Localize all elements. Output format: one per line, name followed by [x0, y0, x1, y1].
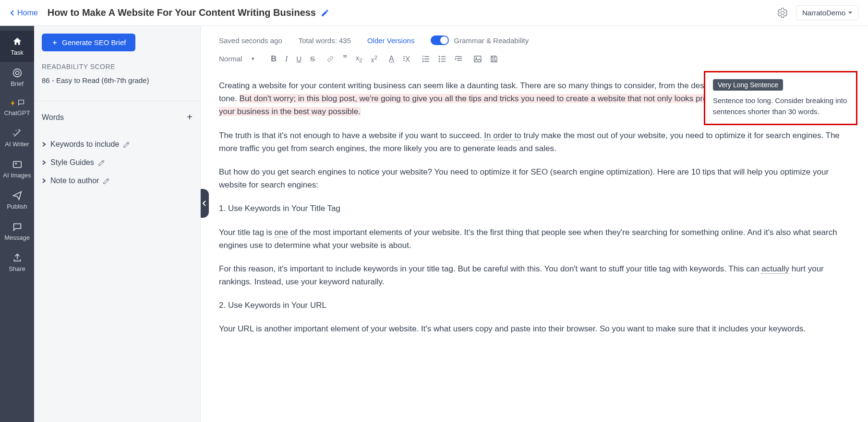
- subscript-button[interactable]: x2: [356, 54, 362, 63]
- bolt-icon: [10, 99, 16, 107]
- text: For this reason, it's important to inclu…: [219, 264, 761, 273]
- text: The truth is that it's not enough to hav…: [219, 131, 484, 140]
- word-count: Total words: 435: [299, 36, 351, 45]
- text: Your title tag is: [219, 228, 275, 237]
- superscript-button[interactable]: x2: [371, 54, 377, 64]
- rail-label: Publish: [7, 203, 27, 210]
- grammar-callout: Very Long Sentence Sentence too long. Co…: [704, 71, 857, 125]
- send-icon: [12, 190, 23, 201]
- rail-item-aiwriter[interactable]: AI Writer: [0, 122, 34, 153]
- sidebar-item-label: Note to author: [50, 176, 99, 185]
- svg-point-6: [438, 60, 440, 62]
- svg-rect-2: [13, 162, 21, 168]
- home-link[interactable]: Home: [10, 9, 38, 17]
- svg-point-3: [15, 163, 17, 164]
- callout-text: Sentence too long. Consider breaking int…: [713, 95, 848, 117]
- workspace-label: NarratoDemo: [802, 9, 845, 17]
- paragraph[interactable]: But how do you get search engines to not…: [219, 165, 850, 191]
- rail-label: Task: [11, 49, 24, 56]
- blockquote-button[interactable]: ”: [343, 54, 347, 64]
- numbered-list-icon[interactable]: [422, 55, 430, 63]
- chevron-right-icon: [42, 178, 47, 183]
- rail-item-task[interactable]: Task: [0, 31, 34, 62]
- bullet-list-icon[interactable]: [438, 55, 446, 63]
- edit-title-icon[interactable]: [321, 9, 329, 17]
- grammar-toggle[interactable]: [431, 35, 449, 45]
- sidebar-item-styleguides[interactable]: Style Guides: [42, 153, 193, 172]
- image-button-icon[interactable]: [474, 55, 482, 63]
- readability-score: 86 - Easy to Read (6th-7th grade): [42, 76, 193, 91]
- format-label: Normal: [219, 55, 242, 63]
- strike-button[interactable]: S: [310, 55, 315, 63]
- paragraph[interactable]: The truth is that it's not enough to hav…: [219, 129, 850, 155]
- paragraph[interactable]: Your URL is another important element of…: [219, 322, 850, 335]
- readability-title: READABILITY SCORE: [42, 63, 193, 70]
- rail-label: Share: [9, 265, 25, 272]
- editor-topbar: Saved seconds ago Total words: 435 Older…: [201, 26, 868, 50]
- italic-button[interactable]: I: [285, 55, 288, 63]
- workspace-dropdown[interactable]: NarratoDemo: [796, 5, 858, 20]
- settings-icon[interactable]: [777, 7, 788, 19]
- grammar-flag[interactable]: In order to: [484, 131, 521, 141]
- rail-label: AI Writer: [5, 141, 29, 148]
- rail-item-aiimages[interactable]: AI Images: [0, 153, 34, 185]
- plus-icon[interactable]: +: [187, 112, 193, 123]
- sidebar-item-label: Keywords to include: [50, 140, 119, 149]
- save-icon[interactable]: [490, 55, 498, 63]
- edit-icon[interactable]: [103, 177, 110, 185]
- generate-seo-brief-button[interactable]: Generate SEO Brief: [42, 34, 135, 51]
- paragraph[interactable]: For this reason, it's important to inclu…: [219, 262, 850, 288]
- nav-rail: Task Brief ChatGPT AI Writer AI Images P…: [0, 26, 34, 422]
- rail-label: AI Images: [3, 172, 31, 179]
- share-icon: [12, 253, 23, 263]
- plus-icon: [51, 39, 58, 46]
- text: of the most important elements of your w…: [219, 228, 837, 250]
- bold-button[interactable]: B: [271, 55, 277, 63]
- grammar-flag[interactable]: one: [275, 228, 288, 237]
- rail-label: Message: [4, 234, 30, 241]
- callout-badge: Very Long Sentence: [713, 79, 783, 91]
- link-icon[interactable]: [326, 55, 334, 63]
- words-label: Words: [42, 113, 64, 122]
- chevron-left-icon: [10, 10, 15, 16]
- rail-item-share[interactable]: Share: [0, 247, 34, 278]
- saved-status: Saved seconds ago: [219, 36, 282, 45]
- chat-icon: [17, 99, 25, 106]
- rail-label: Brief: [11, 80, 24, 87]
- svg-rect-7: [474, 56, 481, 62]
- chevron-right-icon: [42, 142, 47, 147]
- header: Home How to Make A Website For Your Cont…: [0, 0, 868, 26]
- seo-btn-label: Generate SEO Brief: [62, 38, 126, 47]
- paragraph[interactable]: Your title tag is one of the most import…: [219, 226, 850, 252]
- collapse-handle[interactable]: [201, 189, 209, 218]
- sidebar-item-label: Style Guides: [50, 158, 94, 167]
- image-icon: [12, 159, 23, 170]
- svg-point-8: [475, 57, 477, 59]
- grammar-flag[interactable]: actually: [761, 264, 789, 274]
- rail-item-message[interactable]: Message: [0, 216, 34, 247]
- rail-item-chatgpt[interactable]: ChatGPT: [0, 93, 34, 122]
- rail-item-brief[interactable]: Brief: [0, 62, 34, 93]
- format-select[interactable]: Normal ▾: [219, 55, 259, 63]
- svg-point-5: [438, 58, 440, 59]
- chevron-right-icon: [42, 160, 47, 165]
- sidebar-item-keywords[interactable]: Keywords to include: [42, 135, 193, 153]
- underline-button[interactable]: U: [296, 55, 301, 63]
- sidebar-item-noteauthor[interactable]: Note to author: [42, 172, 193, 190]
- edit-icon[interactable]: [123, 141, 130, 148]
- grammar-label: Grammar & Readability: [454, 36, 529, 45]
- home-icon: [12, 36, 23, 47]
- chevron-down-icon: [848, 12, 852, 14]
- older-versions-link[interactable]: Older Versions: [367, 36, 414, 45]
- words-row[interactable]: Words +: [42, 108, 193, 127]
- paragraph[interactable]: 2. Use Keywords in Your URL: [219, 299, 850, 312]
- rail-item-publish[interactable]: Publish: [0, 185, 34, 216]
- edit-icon[interactable]: [98, 159, 105, 166]
- textcolor-button[interactable]: A: [389, 55, 394, 63]
- wand-icon: [12, 128, 23, 139]
- paragraph[interactable]: 1. Use Keywords in Your Title Tag: [219, 202, 850, 215]
- clearformat-icon[interactable]: [403, 55, 410, 63]
- chevron-left-icon: [203, 200, 206, 206]
- indent-icon[interactable]: [455, 55, 462, 63]
- content-area: Saved seconds ago Total words: 435 Older…: [201, 26, 868, 422]
